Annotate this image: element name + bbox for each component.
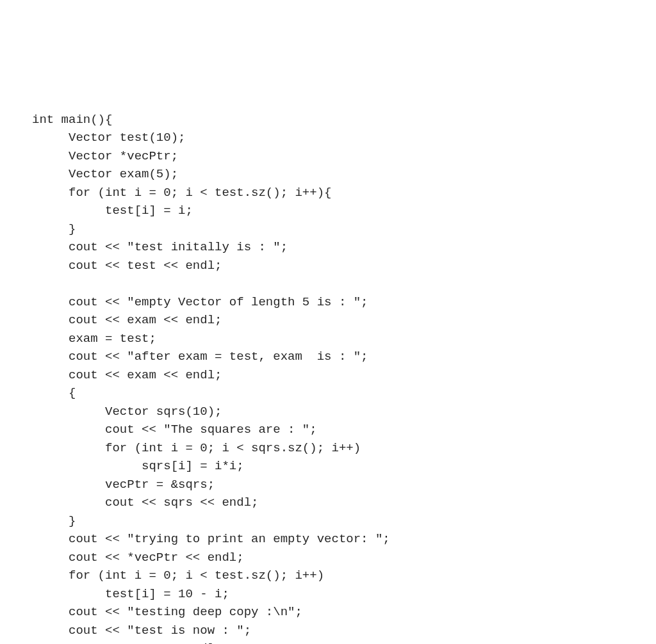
code-line: Vector sqrs(10);: [32, 405, 222, 419]
code-line: Vector test(10);: [32, 131, 185, 145]
code-line: cout << test << endl;: [32, 641, 222, 644]
code-line: test[i] = 10 - i;: [32, 587, 229, 601]
code-line: cout << exam << endl;: [32, 313, 222, 327]
code-line: cout << test << endl;: [32, 259, 222, 273]
code-line: }: [32, 514, 76, 528]
code-line: {: [32, 386, 76, 400]
code-line: vecPtr = &sqrs;: [32, 478, 215, 492]
code-line: exam = test;: [32, 332, 156, 346]
code-line: for (int i = 0; i < test.sz(); i++){: [32, 186, 331, 200]
code-line: cout << sqrs << endl;: [32, 495, 258, 510]
code-line: sqrs[i] = i*i;: [32, 459, 244, 473]
code-line: Vector exam(5);: [32, 167, 178, 181]
code-line: cout << *vecPtr << endl;: [32, 551, 244, 565]
code-line: cout << "The squares are : ";: [32, 423, 317, 437]
code-line: cout << "trying to print an empty vector…: [32, 532, 390, 546]
code-line: for (int i = 0; i < sqrs.sz(); i++): [32, 441, 361, 455]
code-line: }: [32, 222, 76, 236]
code-line: cout << exam << endl;: [32, 368, 222, 382]
code-line: cout << "empty Vector of length 5 is : "…: [32, 295, 368, 309]
code-line: cout << "test initally is : ";: [32, 240, 288, 254]
code-line: Vector *vecPtr;: [32, 149, 178, 163]
code-line: cout << "test is now : ";: [32, 624, 251, 638]
code-line: int main(){: [32, 113, 112, 127]
code-line: for (int i = 0; i < test.sz(); i++): [32, 568, 324, 583]
code-line: cout << "testing deep copy :\n";: [32, 605, 302, 619]
code-block: int main(){ Vector test(10); Vector *vec…: [32, 92, 624, 644]
code-line: test[i] = i;: [32, 204, 193, 218]
code-line: cout << "after exam = test, exam is : ";: [32, 350, 368, 364]
